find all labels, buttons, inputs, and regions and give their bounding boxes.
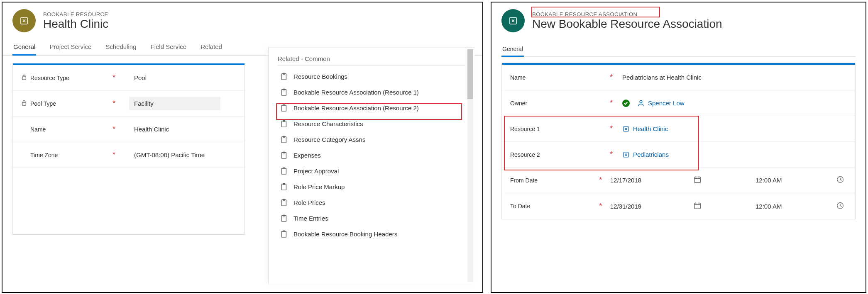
resource-icon [622,151,630,158]
resource-1-lookup[interactable]: Health Clinic [622,125,668,133]
related-item-label: Resource Category Assns [293,136,365,143]
field-resource-2: Resource 2 * Pediatricians [502,142,855,168]
related-item-label: Bookable Resource Association (Resource … [293,104,419,112]
empty-space [13,168,245,234]
presence-icon [622,100,630,107]
name-value[interactable]: Health Clinic [129,122,220,136]
from-time-value: 12:00 AM [756,177,782,184]
required-marker: * [599,202,610,211]
resource-2-lookup[interactable]: Pediatricians [622,151,669,158]
owner-value: Spencer Low [648,100,685,107]
related-item-bra-1[interactable]: Bookable Resource Association (Resource … [278,84,465,100]
clipboard-icon [280,136,288,143]
related-menu: Related - Common Resource Bookings Booka… [268,47,474,284]
related-item-time-entries[interactable]: Time Entries [278,210,465,226]
required-marker: * [112,125,129,134]
from-date-input[interactable]: 12/17/2018 [610,175,702,185]
related-item-label: Bookable Resource Booking Headers [293,231,397,238]
field-name: Name * Health Clinic [13,117,245,142]
tab-general[interactable]: General [12,41,36,56]
tab-general[interactable]: General [501,43,524,57]
required-marker: * [610,73,622,82]
resource-1-value: Health Clinic [633,125,668,132]
clipboard-icon [280,120,288,127]
person-icon [637,100,645,107]
related-item-label: Time Entries [293,215,328,222]
clipboard-icon [280,73,288,80]
entity-type-label: BOOKABLE RESOURCE ASSOCIATION [532,11,722,17]
related-list: Resource Bookings Bookable Resource Asso… [269,68,474,242]
to-time-input[interactable]: 12:00 AM [756,202,847,211]
form-tabs: General [491,36,866,57]
required-marker: * [610,124,622,133]
related-item-label: Project Approval [293,168,339,175]
time-zone-value[interactable]: (GMT-08:00) Pacific Time [129,148,220,162]
field-label: Owner [510,100,527,107]
required-marker: * [610,150,622,159]
clock-icon[interactable] [836,202,847,211]
field-from-date: From Date * 12/17/2018 12:00 AM [502,168,855,193]
related-item-label: Resource Characteristics [293,120,363,127]
field-name: Name * Pediatricians at Health Clinic [502,65,855,90]
from-date-value: 12/17/2018 [610,177,641,184]
clipboard-icon [280,88,288,96]
to-time-value: 12:00 AM [756,203,782,210]
related-item-resource-bookings[interactable]: Resource Bookings [278,68,465,84]
related-item-label: Resource Bookings [293,73,347,80]
field-label: Resource Type [30,75,69,81]
field-to-date: To Date * 12/31/2019 12:00 AM [502,193,855,219]
record-title: Health Clinic [43,17,108,31]
related-item-label: Role Price Markup [293,183,345,190]
resource-icon [622,125,630,133]
related-item-label: Bookable Resource Association (Resource … [293,89,419,96]
tab-project-service[interactable]: Project Service [49,41,92,55]
form-header: BOOKABLE RESOURCE Health Clinic [2,2,482,36]
entity-type-label: BOOKABLE RESOURCE [43,11,108,17]
field-label: Name [510,74,526,81]
required-marker: * [599,176,610,185]
field-label: Resource 2 [510,151,540,158]
required-marker: * [112,151,129,159]
record-title: New Bookable Resource Association [532,17,722,31]
resource-type-value[interactable]: Pool [129,71,220,85]
lock-icon [21,74,27,81]
field-pool-type: Pool Type * Facility [13,91,245,117]
calendar-icon[interactable] [693,202,702,211]
related-item-category-assns[interactable]: Resource Category Assns [278,131,465,147]
related-item-bra-2[interactable]: Bookable Resource Association (Resource … [278,100,465,116]
resource-2-value: Pediatricians [633,151,669,158]
from-time-input[interactable]: 12:00 AM [756,175,847,185]
name-value[interactable]: Pediatricians at Health Clinic [622,74,702,81]
field-resource-1: Resource 1 * Health Clinic [502,116,855,142]
general-section: Name * Pediatricians at Health Clinic Ow… [501,63,856,219]
field-owner: Owner * Spencer Low [502,90,855,116]
bookable-resource-association-form: BOOKABLE RESOURCE ASSOCIATION New Bookab… [491,2,866,293]
owner-lookup[interactable]: Spencer Low [637,100,685,107]
pool-type-value[interactable]: Facility [129,97,220,110]
to-date-input[interactable]: 12/31/2019 [610,202,702,211]
related-item-role-prices[interactable]: Role Prices [278,194,465,210]
clipboard-icon [280,104,288,112]
required-marker: * [610,99,622,107]
related-item-characteristics[interactable]: Resource Characteristics [278,116,465,131]
required-marker: * [112,99,129,108]
related-item-role-price-markup[interactable]: Role Price Markup [278,179,465,194]
related-item-booking-headers[interactable]: Bookable Resource Booking Headers [278,226,465,242]
field-label: To Date [510,203,530,209]
field-label: Time Zone [30,152,58,158]
clock-icon[interactable] [836,175,847,185]
scrollbar-thumb[interactable] [467,49,473,99]
tab-scheduling[interactable]: Scheduling [105,41,137,55]
tab-related[interactable]: Related [200,41,223,55]
calendar-icon[interactable] [693,175,702,185]
related-item-project-approval[interactable]: Project Approval [278,163,465,179]
related-item-expenses[interactable]: Expenses [278,147,465,163]
field-label: Pool Type [30,100,56,107]
field-label: Name [30,126,46,133]
clipboard-icon [280,230,288,238]
field-resource-type: Resource Type * Pool [13,65,245,91]
bookable-resource-form: BOOKABLE RESOURCE Health Clinic General … [2,2,483,293]
clipboard-icon [280,151,288,159]
tab-field-service[interactable]: Field Service [149,41,187,55]
required-marker: * [112,73,129,82]
